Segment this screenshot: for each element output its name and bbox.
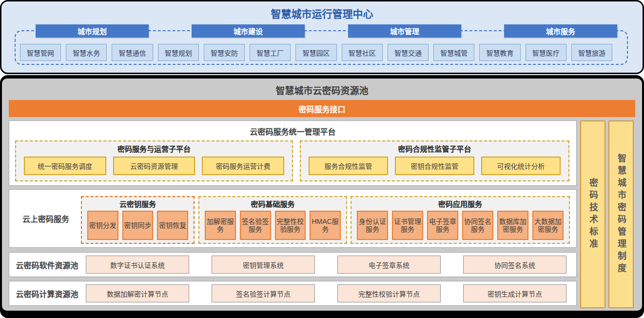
- subplatform-title: 密码服务与运营子平台: [16, 143, 292, 154]
- app-box: 智慧社区: [342, 44, 383, 61]
- compute-pool-row: 云密码计算资源池 数据加解密计算节点 签名验签计算节点 完整性校验计算节点 密钥…: [9, 281, 577, 306]
- cloud-crypto-services-label: 云上密码服务: [9, 190, 82, 247]
- subplatform-item: 可视化统计分析: [481, 157, 561, 175]
- crypto-management-rules-bar: 智慧城市密码管理制度: [608, 120, 634, 308]
- app-box: 智慧交通: [388, 44, 429, 61]
- pool-item: 协同签名系统: [463, 256, 566, 274]
- service-item: 签名验签服务: [240, 211, 271, 240]
- app-box: 智慧通信: [112, 44, 153, 61]
- service-group-title: 云密钥服务: [82, 199, 194, 209]
- app-box: 智慧管网: [20, 44, 61, 61]
- app-box: 智慧水务: [66, 44, 107, 61]
- service-group-title: 密码应用服务: [351, 199, 569, 209]
- service-item: 加解密服务: [205, 211, 236, 240]
- subplatform-items: 服务合规性监管 密钥合规性监管 可视化统计分析: [301, 154, 568, 175]
- cloud-crypto-services-row: 云上密码服务 云密钥服务 密钥分发 密钥同步 密钥恢复 密码基础服务 加解密服务…: [9, 189, 577, 248]
- subplatform-items: 统一密码服务调度 云密码资源管理 密码服务运营计费: [16, 154, 292, 175]
- software-pool-label: 云密码软件资源池: [9, 259, 85, 271]
- subplatform-item: 统一密码服务调度: [24, 157, 106, 175]
- crypto-tech-standards-label: 密码技术标准: [586, 178, 599, 251]
- service-item: 证书管理服务: [392, 211, 423, 240]
- crypto-tech-standards-bar: 密码技术标准: [580, 120, 605, 308]
- category-urban-construction: 城市建设: [192, 24, 305, 38]
- subplatform-item: 密码服务运营计费: [202, 157, 284, 175]
- subplatform-title: 密码合规性监管子平台: [301, 143, 568, 154]
- cloud-key-service-group: 云密钥服务 密钥分发 密钥同步 密钥恢复: [81, 196, 195, 244]
- category-urban-planning: 城市规划: [36, 24, 149, 38]
- crypto-application-service-group: 密码应用服务 身份认证服务 证书管理服务 电子签章服务 协同签名服务 数据库加密…: [351, 196, 570, 244]
- service-item: 协同签名服务: [462, 211, 493, 240]
- app-box: 智慧安防: [204, 44, 245, 61]
- pool-item: 密钥生成计算节点: [463, 284, 566, 302]
- pool-item: 数字证书认证系统: [86, 256, 189, 274]
- service-item: 数据库加密服务: [497, 211, 528, 240]
- service-item: 密钥分发: [87, 211, 118, 240]
- app-box: 智慧园区: [295, 44, 336, 61]
- category-urban-management: 城市管理: [348, 24, 461, 38]
- crypto-service-interface-bar: 密码服务接口: [9, 100, 635, 117]
- service-group-title: 密码基础服务: [199, 199, 346, 209]
- service-group-items: 密钥分发 密钥同步 密钥恢复: [82, 209, 194, 240]
- service-operation-subplatform: 密码服务与运营子平台 统一密码服务调度 云密码资源管理 密码服务运营计费: [15, 140, 293, 181]
- software-pool-content: 云密码软件资源池 数字证书认证系统 密钥管理系统 电子签章系统 协同签名系统: [9, 253, 576, 277]
- service-item: 完整性校验服务: [275, 211, 306, 240]
- compliance-supervision-subplatform: 密码合规性监管子平台 服务合规性监管 密钥合规性监管 可视化统计分析: [300, 140, 569, 181]
- pool-item: 电子签章系统: [337, 256, 441, 274]
- service-item: 身份认证服务: [357, 211, 388, 240]
- main-title: 智慧城市云密码资源池: [2, 83, 642, 97]
- app-box: 智慧工厂: [250, 44, 291, 61]
- crypto-basic-service-group: 密码基础服务 加解密服务 签名验签服务 完整性校验服务 HMAC服务: [198, 196, 347, 244]
- cloud-crypto-pool-inner: 智慧城市云密码资源池 密码服务接口 云密码服务统一管理平台 密码服务与运营子平台…: [2, 79, 642, 311]
- compute-pool-label: 云密码计算资源池: [9, 288, 85, 299]
- service-item: HMAC服务: [310, 211, 341, 240]
- subplatform-item: 密钥合规性监管: [395, 157, 474, 175]
- compute-pool-items: 数据加解密计算节点 签名验签计算节点 完整性校验计算节点 密钥生成计算节点: [85, 284, 576, 302]
- app-box: 智慧城管: [433, 44, 474, 61]
- platform-title: 云密码服务统一管理平台: [9, 125, 576, 137]
- pool-item: 完整性校验计算节点: [337, 284, 441, 302]
- pool-item: 密钥管理系统: [212, 256, 315, 274]
- service-item: 电子签章服务: [427, 211, 458, 240]
- smart-apps-row: 智慧管网 智慧水务 智慧通信 智慧规划 智慧安防 智慧工厂 智慧园区 智慧社区 …: [20, 44, 612, 61]
- software-pool-row: 云密码软件资源池 数字证书认证系统 密钥管理系统 电子签章系统 协同签名系统: [9, 252, 577, 277]
- service-group-items: 身份认证服务 证书管理服务 电子签章服务 协同签名服务 数据库加密服务 大数据加…: [351, 209, 569, 240]
- city-operation-center-panel: 智慧城市运行管理中心 城市规划 城市建设 城市管理 城市服务 智慧管网 智慧水务…: [0, 0, 644, 74]
- service-item: 密钥恢复: [157, 211, 188, 240]
- app-box: 智慧旅游: [571, 44, 612, 61]
- cloud-crypto-pool-panel: 智慧城市云密码资源池 密码服务接口 云密码服务统一管理平台 密码服务与运营子平台…: [0, 75, 644, 318]
- unified-management-platform: 云密码服务统一管理平台 密码服务与运营子平台 统一密码服务调度 云密码资源管理 …: [9, 120, 577, 186]
- category-urban-services: 城市服务: [504, 24, 617, 38]
- compute-pool-content: 云密码计算资源池 数据加解密计算节点 签名验签计算节点 完整性校验计算节点 密钥…: [9, 281, 576, 305]
- service-group-items: 加解密服务 签名验签服务 完整性校验服务 HMAC服务: [199, 209, 346, 240]
- app-box: 智慧教育: [479, 44, 520, 61]
- pool-item: 数据加解密计算节点: [86, 284, 189, 302]
- service-item: 密钥同步: [122, 211, 154, 240]
- top-title: 智慧城市运行管理中心: [1, 6, 643, 20]
- subplatform-item: 服务合规性监管: [309, 157, 388, 175]
- app-box: 智慧规划: [158, 44, 199, 61]
- app-box: 智慧医疗: [526, 44, 566, 61]
- software-pool-items: 数字证书认证系统 密钥管理系统 电子签章系统 协同签名系统: [85, 256, 576, 274]
- service-item: 大数据加密服务: [532, 211, 564, 240]
- subplatform-item: 云密码资源管理: [113, 157, 195, 175]
- crypto-management-rules-label: 智慧城市密码管理制度: [615, 154, 627, 276]
- pool-item: 签名验签计算节点: [212, 284, 315, 302]
